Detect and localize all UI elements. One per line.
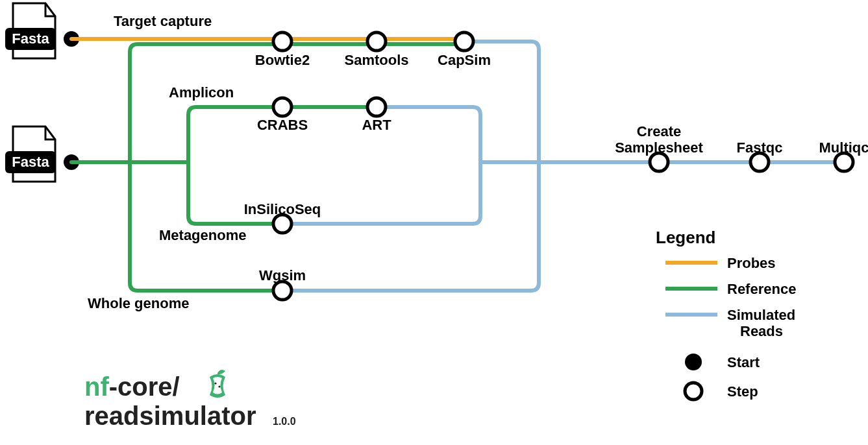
path-sim-from-art — [377, 107, 480, 162]
step-wgsim: Wgsim — [259, 267, 306, 300]
step-fastqc: Fastqc — [737, 139, 783, 171]
svg-text:nf-core/: nf-core/ — [84, 372, 180, 401]
label-capsim: CapSim — [438, 52, 491, 68]
legend-label-reference: Reference — [727, 281, 796, 297]
legend-step-icon — [685, 383, 702, 400]
svg-point-2 — [273, 32, 291, 51]
svg-point-13 — [214, 382, 216, 384]
apple-core-icon — [210, 370, 225, 398]
file-fasta-probes: Fasta — [5, 3, 56, 58]
label-wgsim: Wgsim — [259, 267, 306, 283]
label-metagenome: Metagenome — [159, 227, 246, 243]
legend-title: Legend — [656, 228, 715, 247]
label-insilicoseq: InSilicoSeq — [244, 201, 321, 217]
step-insilicoseq: InSilicoSeq — [244, 201, 321, 233]
label-create-samplesheet-l1: Create — [637, 123, 681, 139]
file-fasta-reference: Fasta — [5, 126, 56, 182]
step-multiqc: Multiqc — [819, 139, 869, 171]
logo-subtitle: readsimulator — [84, 402, 256, 430]
step-crabs: CRABS — [257, 98, 308, 133]
label-whole-genome: Whole genome — [88, 295, 189, 311]
svg-point-11 — [835, 153, 853, 171]
svg-point-14 — [218, 385, 220, 387]
svg-point-10 — [750, 153, 769, 171]
file-fasta-reference-label: Fasta — [12, 154, 49, 170]
path-sim-from-wgsim — [282, 162, 539, 291]
svg-point-9 — [650, 153, 668, 171]
label-target-capture: Target capture — [114, 13, 212, 29]
logo-nf: nf — [84, 372, 109, 401]
svg-point-4 — [455, 32, 473, 51]
step-art: ART — [362, 98, 391, 133]
label-samtools: Samtools — [344, 52, 408, 68]
legend-label-probes: Probes — [727, 255, 776, 271]
logo-core-slash: -core/ — [109, 372, 180, 401]
label-fastqc: Fastqc — [737, 139, 783, 156]
svg-point-7 — [273, 215, 291, 233]
pipeline-diagram: Fasta Fasta Bowtie2 Samtools — [0, 0, 868, 445]
legend-label-simulated-l1: Simulated — [727, 307, 795, 323]
svg-point-3 — [367, 32, 386, 51]
svg-point-5 — [273, 98, 291, 116]
legend-label-step: Step — [727, 383, 758, 400]
file-fasta-probes-label: Fasta — [12, 30, 49, 47]
legend-label-simulated-l2: Reads — [740, 323, 783, 339]
label-amplicon: Amplicon — [169, 84, 234, 101]
label-bowtie2: Bowtie2 — [255, 52, 310, 68]
legend-label-start: Start — [727, 354, 760, 370]
label-art: ART — [362, 117, 391, 133]
logo-version: 1.0.0 — [273, 416, 296, 427]
legend-start-icon — [685, 354, 702, 370]
svg-point-6 — [367, 98, 386, 116]
label-crabs: CRABS — [257, 117, 308, 133]
label-multiqc: Multiqc — [819, 139, 869, 156]
legend: Legend Probes Reference Simulated Reads … — [656, 228, 796, 400]
logo: nf-core/ readsimulator 1.0.0 — [84, 370, 296, 430]
svg-point-8 — [273, 282, 291, 300]
label-create-samplesheet-l2: Samplesheet — [615, 139, 703, 156]
